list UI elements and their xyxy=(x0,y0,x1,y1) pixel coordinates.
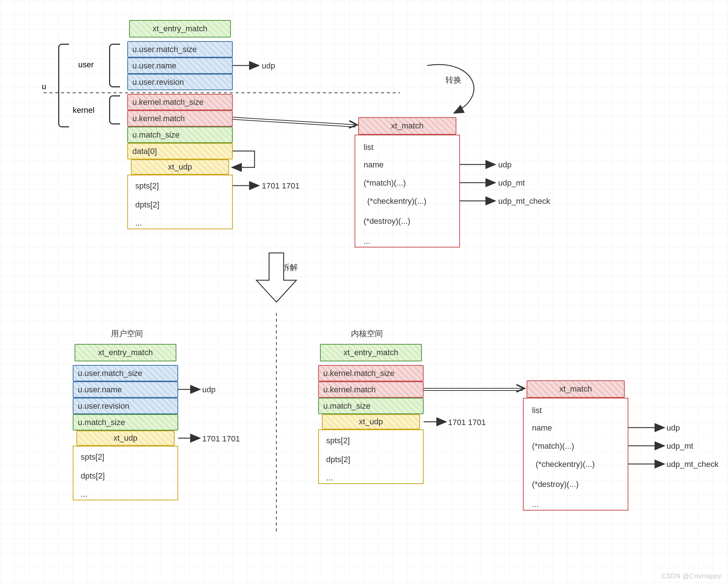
watermark: CSDN @CovHappy xyxy=(661,572,721,580)
ul-u-user-match-size: u.user.match_size xyxy=(73,365,178,381)
top-data0: data[0] xyxy=(127,143,233,159)
brace-u xyxy=(58,44,69,127)
top-u-kernel-match: u.kernel.match xyxy=(127,110,233,127)
kl-xtm-ellipsis: ... xyxy=(532,500,539,509)
kl-xtm-udp-mt-check: udp_mt_check xyxy=(667,460,719,469)
top-u-user-revision: u.user.revision xyxy=(127,74,233,90)
top-udp-label: udp xyxy=(262,61,275,71)
top-u-match-size: u.match_size xyxy=(127,127,233,143)
kl-xt-match-header: xt_match xyxy=(527,380,625,398)
kl-u-kernel-match-size: u.kernel.match_size xyxy=(318,365,424,381)
top-xtm-ellipsis: ... xyxy=(364,237,370,246)
kl-u-kernel-match: u.kernel.match xyxy=(318,381,424,398)
label-u: u xyxy=(42,82,46,91)
label-transform: 转换 xyxy=(445,75,461,86)
brace-user xyxy=(109,44,120,87)
top-xtm-checkentry: (*checkentry)(...) xyxy=(367,197,427,206)
top-xtm-name: name xyxy=(364,160,384,170)
label-kernelspace: 内核空间 xyxy=(351,328,383,339)
top-ports-label: 1701 1701 xyxy=(262,181,300,191)
kl-ports-out: 1701 1701 xyxy=(448,418,486,427)
top-xtm-list: list xyxy=(364,143,373,152)
top-dpts2: dpts[2] xyxy=(135,200,159,210)
ul-u-user-name: u.user.name xyxy=(73,381,178,398)
top-xtm-destroy: (*destroy)(...) xyxy=(364,217,410,226)
top-spts2: spts[2] xyxy=(135,181,159,191)
kl-ellipsis: ... xyxy=(326,473,333,483)
ul-xt-entry-match: xt_entry_match xyxy=(75,344,176,361)
label-decompose: 拆解 xyxy=(282,262,298,273)
brace-kernel xyxy=(109,95,120,124)
kl-xt-udp-header: xt_udp xyxy=(322,414,420,429)
top-ellipsis: ... xyxy=(135,218,142,228)
ul-dpts2: dpts[2] xyxy=(81,471,105,481)
label-userspace: 用户空间 xyxy=(111,328,143,339)
top-xt-entry-match-header: xt_entry_match xyxy=(129,20,231,37)
kl-xtm-list: list xyxy=(532,406,542,415)
kl-xt-entry-match: xt_entry_match xyxy=(320,344,422,361)
label-user: user xyxy=(78,60,94,70)
kl-xtm-match: (*match)(...) xyxy=(532,441,574,451)
top-u-kernel-match-size: u.kernel.match_size xyxy=(127,94,233,110)
kl-xtm-checkentry: (*checkentry)(...) xyxy=(536,460,595,469)
kl-spts2: spts[2] xyxy=(326,436,350,445)
label-kernel: kernel xyxy=(73,106,95,115)
top-u-user-match-size: u.user.match_size xyxy=(127,41,233,57)
top-u-user-name: u.user.name xyxy=(127,57,233,74)
top-xt-match-header: xt_match xyxy=(358,117,456,135)
top-xtm-udp-mt-check: udp_mt_check xyxy=(498,197,550,206)
ul-u-match-size: u.match_size xyxy=(73,414,178,431)
ul-xt-udp-header: xt_udp xyxy=(76,431,175,446)
ul-u-user-revision: u.user.revision xyxy=(73,398,178,414)
kl-xtm-udp-mt: udp_mt xyxy=(667,441,693,451)
kl-xtm-destroy: (*destroy)(...) xyxy=(532,480,579,489)
top-xtm-udp-mt: udp_mt xyxy=(498,178,525,188)
ul-ellipsis: ... xyxy=(81,489,87,499)
kl-u-match-size: u.match_size xyxy=(318,398,424,414)
ul-spts2: spts[2] xyxy=(81,452,104,462)
ul-udp-out: udp xyxy=(202,385,216,394)
top-xt-udp-header: xt_udp xyxy=(131,159,229,175)
kl-xtm-udp: udp xyxy=(667,423,680,433)
kl-xtm-name: name xyxy=(532,423,552,433)
top-xtm-match: (*match)(...) xyxy=(364,178,406,188)
top-xtm-udp: udp xyxy=(498,160,512,170)
kl-dpts2: dpts[2] xyxy=(326,455,350,464)
ul-ports-out: 1701 1701 xyxy=(202,434,240,444)
